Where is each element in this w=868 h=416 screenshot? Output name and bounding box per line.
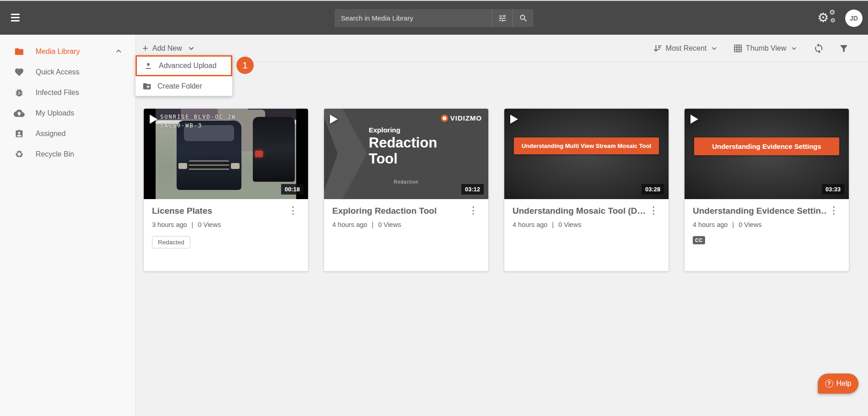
sidebar-item-media-library[interactable]: Media Library [0,41,136,62]
play-icon[interactable] [510,115,518,124]
video-title[interactable]: Exploring Redaction Tool [332,206,437,216]
upload-icon [144,61,153,70]
meta-separator: | [192,221,193,228]
chevron-down-icon [186,43,196,53]
add-new-label: Add New [152,44,182,53]
card-body: Understanding Evidence Settin… ⋮ 4 hours… [685,199,849,251]
vidizmo-logo: VIDIZMO [441,114,482,122]
card-body: Exploring Redaction Tool ⋮ 4 hours ago |… [324,199,488,235]
media-card[interactable]: Understanding Evidence Settings 03:33 Un… [685,109,849,271]
kebab-menu-icon[interactable]: ⋮ [286,206,300,215]
chevron-down-icon [790,44,799,53]
video-thumbnail[interactable]: Understanding Multi View Stream Mosaic T… [504,109,669,199]
cloud-upload-icon [14,108,25,119]
sidebar-item-label: Assigned [36,130,66,138]
video-title[interactable]: Understanding Evidence Settin… [693,206,827,216]
id-badge-icon [14,128,25,139]
video-age: 4 hours ago [693,221,728,228]
video-meta: 4 hours ago | 0 Views [693,221,841,228]
grid-view-icon [733,44,743,53]
sidebar-item-assigned[interactable]: Assigned [0,123,136,144]
card-body: Understanding Mosaic Tool (D… ⋮ 4 hours … [504,199,669,235]
search-input[interactable] [335,9,492,27]
question-icon: ? [825,379,833,388]
redacted-tag: Redacted [152,236,190,248]
admin-settings-icon[interactable]: ⚙ ⚙ ⚙ [817,9,837,28]
filter-funnel-icon [839,43,849,53]
top-bar: ⚙ ⚙ ⚙ JD [0,0,868,35]
sidebar-item-infected-files[interactable]: Infected Files [0,82,136,103]
folder-icon [14,46,25,57]
hamburger-menu-icon[interactable] [11,14,20,23]
sidebar-item-label: Quick Access [36,68,79,76]
media-grid: SUNRISE BLVD-OC JW SAC50-WB-3 00:18 Lice… [144,109,849,271]
create-folder-icon [142,82,152,91]
search-filters-icon[interactable] [492,9,512,27]
play-icon[interactable] [690,115,698,124]
play-icon[interactable] [330,115,338,124]
camera-overlay-text: SUNRISE BLVD-OC JW SAC50-WB-3 [160,113,236,130]
sidebar-item-label: Infected Files [36,89,79,97]
add-new-button[interactable]: + Add New [142,43,196,53]
video-views: 0 Views [198,221,221,228]
kebab-menu-icon[interactable]: ⋮ [466,206,480,215]
filter-button[interactable] [839,43,849,53]
menu-item-label: Create Folder [157,82,202,90]
sort-dropdown[interactable]: Most Recent [653,43,719,53]
heart-icon [14,67,25,78]
refresh-button[interactable] [813,43,824,54]
help-button[interactable]: ? Help [818,374,858,394]
video-age: 4 hours ago [512,221,548,228]
sidebar-item-quick-access[interactable]: Quick Access [0,62,136,82]
media-card[interactable]: VIDIZMO Exploring Redaction Tool Redacti… [324,109,488,271]
video-thumbnail[interactable]: VIDIZMO Exploring Redaction Tool Redacti… [324,109,488,199]
sidebar: Media Library Quick Access Infected File… [0,35,136,416]
cc-badge: CC [693,236,705,244]
vidizmo-logo-icon [441,115,448,122]
video-title[interactable]: License Plates [152,206,212,216]
video-meta: 3 hours ago | 0 Views [152,221,300,228]
avatar[interactable]: JD [845,10,863,27]
video-thumbnail[interactable]: SUNRISE BLVD-OC JW SAC50-WB-3 00:18 [144,109,308,199]
plus-icon: + [142,43,148,53]
media-card[interactable]: SUNRISE BLVD-OC JW SAC50-WB-3 00:18 Lice… [144,109,308,271]
add-new-dropdown-menu: Advanced Upload Create Folder [136,55,232,96]
video-title[interactable]: Understanding Mosaic Tool (D… [512,206,646,216]
video-age: 3 hours ago [152,221,187,228]
view-mode-dropdown[interactable]: Thumb View [733,44,799,53]
step-annotation-badge: 1 [236,57,254,74]
video-meta: 4 hours ago | 0 Views [512,221,660,228]
card-body: License Plates ⋮ 3 hours ago | 0 Views R… [144,199,308,255]
meta-separator: | [732,221,734,228]
kebab-menu-icon[interactable]: ⋮ [827,206,841,215]
menu-item-label: Advanced Upload [159,62,216,70]
video-thumbnail[interactable]: Understanding Evidence Settings 03:33 [685,109,849,199]
bug-icon [14,87,25,98]
video-views: 0 Views [558,221,581,228]
duration-badge: 03:33 [822,184,844,195]
sidebar-item-my-uploads[interactable]: My Uploads [0,103,136,123]
kebab-menu-icon[interactable]: ⋮ [647,206,660,215]
video-age: 4 hours ago [332,221,367,228]
view-mode-label: Thumb View [746,44,786,53]
play-icon[interactable] [150,115,157,124]
sort-label: Most Recent [666,44,707,53]
sidebar-item-label: My Uploads [36,109,74,117]
media-card[interactable]: Understanding Multi View Stream Mosaic T… [504,109,669,271]
sidebar-item-recycle-bin[interactable]: ♻ Recycle Bin [0,144,136,164]
menu-item-advanced-upload[interactable]: Advanced Upload [136,55,232,76]
video-views: 0 Views [378,221,401,228]
search-icon[interactable] [513,9,533,27]
sidebar-item-label: Recycle Bin [36,150,74,158]
video-views: 0 Views [738,221,762,228]
thumbnail-banner: Understanding Multi View Stream Mosaic T… [514,137,659,154]
thumbnail-banner: Understanding Evidence Settings [694,137,839,155]
video-meta: 4 hours ago | 0 Views [332,221,480,228]
view-controls: Most Recent Thumb View [653,43,849,54]
chevron-up-icon[interactable] [114,46,124,58]
help-label: Help [837,379,852,388]
menu-item-create-folder[interactable]: Create Folder [136,76,232,96]
refresh-icon [813,43,824,54]
chevron-down-icon [710,44,719,53]
sort-icon [653,43,663,53]
